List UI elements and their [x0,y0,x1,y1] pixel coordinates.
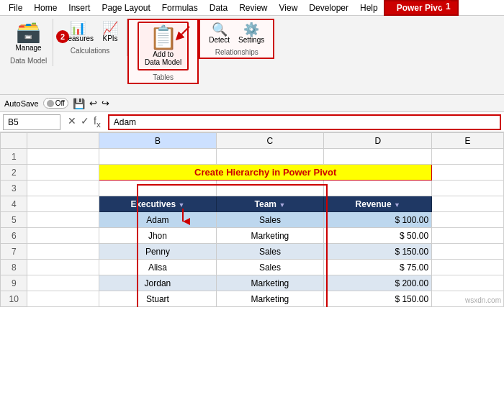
cell-e5[interactable] [432,212,504,228]
formula-box[interactable]: Adam [108,114,501,130]
table-row-5: 5 Adam Sales $ 100.00 [1,212,504,228]
cell-c6-team[interactable]: Marketing [216,228,324,244]
cell-a7[interactable] [27,244,99,260]
menu-file[interactable]: File [3,1,28,14]
relationships-label: Relationships [215,47,258,58]
kpis-button[interactable]: 📈 KPIs [99,20,121,44]
cell-d8-rev[interactable]: $ 75.00 [324,260,432,275]
header-team[interactable]: Team ▼ [216,196,324,212]
menu-review[interactable]: Review [233,1,273,14]
title-cell[interactable]: Create Hierarchy in Power Pivot [99,165,432,181]
cell-d9-rev[interactable]: $ 200.00 [324,275,432,291]
cell-d7-rev[interactable]: $ 150.00 [324,244,432,260]
cell-d1[interactable] [324,149,432,165]
cell-d3[interactable] [324,181,432,196]
insert-function-icon[interactable]: fx [94,115,101,129]
cell-e8[interactable] [432,260,504,275]
cell-e4[interactable] [432,196,504,212]
cell-a2[interactable] [27,165,99,181]
spreadsheet-table: B C D E 1 2 Create Hierarchy in Power Pi… [0,132,504,307]
detect-button[interactable]: 🔍 Detect [206,22,233,45]
manage-icon: 🗃️ [16,22,41,42]
cell-a1[interactable] [27,149,99,165]
cell-b6-exec[interactable]: Jhon [99,228,216,244]
cell-d10-rev[interactable]: $ 150.00 [324,291,432,307]
settings-button[interactable]: ⚙️ Settings [235,22,267,45]
redo-button[interactable]: ↪ [102,98,109,109]
confirm-formula-icon[interactable]: ✓ [81,115,89,129]
row-num-3: 3 [1,181,27,196]
cell-a8[interactable] [27,260,99,275]
cell-a5[interactable] [27,212,99,228]
cell-c3[interactable] [216,181,324,196]
cell-d5-rev[interactable]: $ 100.00 [324,212,432,228]
col-header-e[interactable]: E [432,133,504,149]
cell-c8-team[interactable]: Sales [216,260,324,275]
menu-power-pivot[interactable]: Power Pivot 1 [384,0,459,16]
col-header-b[interactable]: B [99,133,216,149]
row-num-8: 8 [1,260,27,275]
kpis-label: KPIs [102,35,117,42]
col-header-c[interactable]: C [216,133,324,149]
undo-button[interactable]: ↩ [89,98,97,109]
cell-c10-team[interactable]: Marketing [216,291,324,307]
cell-c1[interactable] [216,149,324,165]
menu-page-layout[interactable]: Page Layout [96,1,156,14]
menu-data[interactable]: Data [204,1,233,14]
cell-a10[interactable] [27,291,99,307]
header-executives[interactable]: Executives ▼ [99,196,216,212]
row-num-9: 9 [1,275,27,291]
cell-e2[interactable] [432,165,504,181]
spreadsheet-area: B C D E 1 2 Create Hierarchy in Power Pi… [0,132,504,307]
cell-a9[interactable] [27,275,99,291]
menu-developer[interactable]: Developer [303,1,354,14]
cell-b8-exec[interactable]: Alisa [99,260,216,275]
measures-icon: 📊 [70,22,86,35]
cell-a3[interactable] [27,181,99,196]
team-filter-icon[interactable]: ▼ [279,201,285,209]
cell-e3[interactable] [432,181,504,196]
formula-bar: ✕ ✓ fx Adam [0,112,504,132]
menu-help[interactable]: Help [354,1,384,14]
cell-e9[interactable] [432,275,504,291]
ribbon-groups: 🗃️ Manage Data Model 📊 Measures 📈 KPIs C… [4,19,500,84]
cell-b1[interactable] [99,149,216,165]
dollar-sign-6: $ [400,231,407,241]
autosave-toggle[interactable]: Off [43,98,68,109]
add-to-data-model-label: Add to Data Model [145,50,181,66]
header-revenue[interactable]: Revenue ▼ [324,196,432,212]
executives-filter-icon[interactable]: ▼ [178,201,184,209]
menu-insert[interactable]: Insert [63,1,96,14]
cell-c5-team[interactable]: Sales [216,212,324,228]
col-header-d[interactable]: D [324,133,432,149]
table-row-headers: 4 Executives ▼ Team ▼ Revenue ▼ [1,196,504,212]
revenue-filter-icon[interactable]: ▼ [394,201,400,209]
row-num-10: 10 [1,291,27,307]
row-num-7: 7 [1,244,27,260]
cell-b10-exec[interactable]: Stuart [99,291,216,307]
autosave-value: Off [55,99,65,107]
cell-a4[interactable] [27,196,99,212]
cell-b3[interactable] [99,181,216,196]
cell-b7-exec[interactable]: Penny [99,244,216,260]
cell-a6[interactable] [27,228,99,244]
table-row-7: 7 Penny Sales $ 150.00 [1,244,504,260]
cell-c7-team[interactable]: Sales [216,244,324,260]
save-icon[interactable]: 💾 [73,98,85,109]
cell-b9-exec[interactable]: Jordan [99,275,216,291]
menu-formulas[interactable]: Formulas [156,1,204,14]
cancel-formula-icon[interactable]: ✕ [68,115,76,129]
menu-home[interactable]: Home [28,1,63,14]
cell-b5-exec[interactable]: Adam [99,212,216,228]
name-box[interactable] [3,114,60,130]
cell-e1[interactable] [432,149,504,165]
cell-c9-team[interactable]: Marketing [216,275,324,291]
settings-icon: ⚙️ [243,23,259,36]
manage-button[interactable]: 🗃️ Manage [12,20,45,54]
calculations-label: Calculations [71,45,109,56]
cell-d6-rev[interactable]: $ 50.00 [324,228,432,244]
tables-label: Tables [153,72,174,83]
cell-e7[interactable] [432,244,504,260]
menu-view[interactable]: View [274,1,304,14]
cell-e6[interactable] [432,228,504,244]
